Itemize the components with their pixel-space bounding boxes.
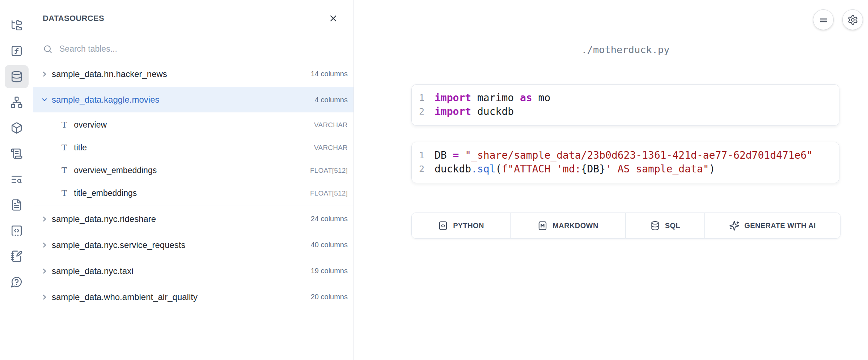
table-name: sample_data.kaggle.movies <box>52 95 312 105</box>
line-number: 1 <box>412 149 429 162</box>
code-editor[interactable]: import marimo as mo import duckdb <box>429 91 839 119</box>
rail-item-snippets[interactable] <box>5 219 29 242</box>
add-sql-label: SQL <box>665 222 680 230</box>
search-icon <box>43 44 53 54</box>
top-actions <box>813 9 863 30</box>
document-icon <box>10 199 23 211</box>
chevron-right-icon <box>41 215 48 223</box>
dependency-graph-icon <box>10 96 23 108</box>
code-cell-attach-db[interactable]: 1 2 DB = "_share/sample_data/23b0d623-13… <box>411 142 839 183</box>
code-cell-imports[interactable]: 1 2 import marimo as mo import duckdb <box>411 84 839 126</box>
column-name: title_embeddings <box>74 188 303 198</box>
panel-header: DATASOURCES <box>33 0 353 37</box>
code-editor[interactable]: DB = "_share/sample_data/23b0d623-1361-4… <box>429 149 839 176</box>
chevron-right-icon <box>41 293 48 301</box>
table-row-rideshare[interactable]: sample_data.nyc.rideshare 24 columns <box>33 206 353 232</box>
datasources-panel: DATASOURCES sample_data.hn.hacker_news 1… <box>33 0 354 360</box>
database-icon <box>10 70 23 83</box>
line-number: 1 <box>412 91 429 105</box>
rail-item-packages[interactable] <box>5 116 29 140</box>
line-number: 2 <box>412 105 429 119</box>
package-icon <box>10 122 23 134</box>
rail-item-datasources[interactable] <box>5 65 29 88</box>
column-row-title[interactable]: T title VARCHAR <box>33 136 353 159</box>
add-markdown-cell-button[interactable]: MARKDOWN <box>511 213 626 238</box>
code-snippets-icon <box>10 224 23 237</box>
search-input[interactable] <box>59 44 348 54</box>
table-name: sample_data.hn.hacker_news <box>52 69 308 79</box>
scratchpad-icon <box>10 250 23 262</box>
table-column-count: 4 columns <box>315 96 348 104</box>
column-row-title-embeddings[interactable]: T title_embeddings FLOAT[512] <box>33 182 353 205</box>
add-python-label: PYTHON <box>453 222 484 230</box>
column-type: VARCHAR <box>314 121 348 129</box>
markdown-icon <box>537 220 548 231</box>
column-name: overview <box>74 120 307 130</box>
settings-button[interactable] <box>842 9 863 30</box>
table-row-hacker-news[interactable]: sample_data.hn.hacker_news 14 columns <box>33 61 353 87</box>
varchar-type-icon: T <box>62 166 67 175</box>
generate-with-ai-button[interactable]: GENERATE WITH AI <box>705 213 840 238</box>
table-column-count: 20 columns <box>311 293 348 301</box>
table-row-ambient-air-quality[interactable]: sample_data.who.ambient_air_quality 20 c… <box>33 284 353 310</box>
rail-item-file-explorer[interactable] <box>5 14 29 37</box>
menu-button[interactable] <box>813 9 834 30</box>
table-row-taxi[interactable]: sample_data.nyc.taxi 19 columns <box>33 258 353 284</box>
text-search-icon <box>10 173 23 185</box>
column-row-overview-embeddings[interactable]: T overview_embeddings FLOAT[512] <box>33 159 353 182</box>
app-window: DATASOURCES sample_data.hn.hacker_news 1… <box>0 0 868 360</box>
add-cell-bar: PYTHON MARKDOWN SQL <box>411 213 841 239</box>
rail-item-scratchpad[interactable] <box>5 245 29 268</box>
column-row-overview[interactable]: T overview VARCHAR <box>33 113 353 136</box>
varchar-type-icon: T <box>62 189 67 197</box>
gear-icon <box>847 14 858 25</box>
database-icon <box>650 220 660 231</box>
varchar-type-icon: T <box>62 121 67 129</box>
table-column-count: 19 columns <box>311 267 348 275</box>
generate-with-ai-label: GENERATE WITH AI <box>744 222 816 230</box>
table-row-service-requests[interactable]: sample_data.nyc.service_requests 40 colu… <box>33 232 353 258</box>
panel-title: DATASOURCES <box>43 14 104 23</box>
line-number-gutter: 1 2 <box>412 91 429 119</box>
logs-icon <box>10 147 23 160</box>
function-icon <box>10 45 23 57</box>
table-name: sample_data.nyc.rideshare <box>52 214 308 224</box>
close-icon <box>328 13 338 23</box>
notebook-filename[interactable]: ./motherduck.py <box>411 44 839 55</box>
add-markdown-label: MARKDOWN <box>552 222 598 230</box>
add-python-cell-button[interactable]: PYTHON <box>412 213 511 238</box>
table-column-count: 14 columns <box>311 70 348 78</box>
close-panel-button[interactable] <box>326 12 340 25</box>
table-row-kaggle-movies[interactable]: sample_data.kaggle.movies 4 columns <box>33 87 353 112</box>
add-sql-cell-button[interactable]: SQL <box>626 213 705 238</box>
table-column-count: 40 columns <box>311 241 348 249</box>
chevron-right-icon <box>41 70 48 78</box>
code-line: DB = "_share/sample_data/23b0d623-1361-4… <box>435 149 839 162</box>
code-line: import marimo as mo <box>435 91 839 105</box>
rail-item-logs[interactable] <box>5 142 29 165</box>
column-type: FLOAT[512] <box>310 189 348 197</box>
line-number: 2 <box>412 162 429 176</box>
sparkles-icon <box>729 220 740 231</box>
table-column-count: 24 columns <box>311 215 348 223</box>
search-bar <box>33 37 353 61</box>
column-type: FLOAT[512] <box>310 167 348 175</box>
notebook-pane: ./motherduck.py 1 2 import marimo as mo … <box>354 0 868 360</box>
table-name: sample_data.nyc.service_requests <box>52 240 308 250</box>
varchar-type-icon: T <box>62 143 67 152</box>
column-name: title <box>74 143 307 153</box>
table-columns-list: T overview VARCHAR T title VARCHAR T ove… <box>33 112 353 206</box>
sidebar-rail <box>0 0 33 360</box>
chevron-down-icon <box>41 96 48 104</box>
rail-item-documentation[interactable] <box>5 193 29 217</box>
column-type: VARCHAR <box>314 144 348 152</box>
code-line: import duckdb <box>435 105 839 119</box>
column-name: overview_embeddings <box>74 166 303 175</box>
rail-item-functions[interactable] <box>5 39 29 63</box>
rail-item-help[interactable] <box>5 270 29 293</box>
line-number-gutter: 1 2 <box>412 149 429 176</box>
rail-item-text-search[interactable] <box>5 168 29 191</box>
chevron-right-icon <box>41 241 48 249</box>
rail-item-dependencies[interactable] <box>5 91 29 114</box>
chevron-right-icon <box>41 267 48 275</box>
